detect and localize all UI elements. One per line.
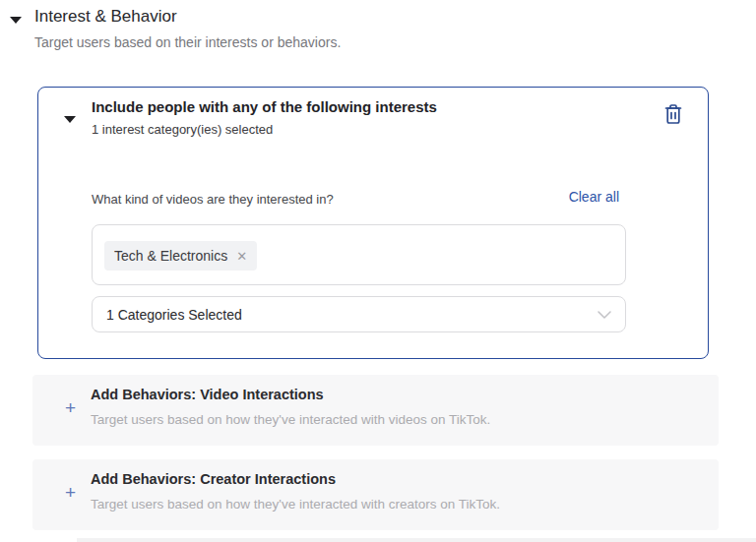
interest-targeting-card: Include people with any of the following… — [37, 87, 709, 359]
categories-dropdown[interactable]: 1 Categories Selected — [92, 296, 626, 332]
behavior-panel-title: Add Behaviors: Video Interactions — [91, 387, 324, 402]
remove-tag-icon[interactable]: ✕ — [236, 250, 247, 263]
section-collapse-caret-icon[interactable] — [10, 17, 22, 24]
behavior-panel-description: Target users based on how they've intera… — [91, 412, 490, 427]
plus-icon: + — [65, 398, 76, 417]
interest-question-label: What kind of videos are they interested … — [92, 192, 334, 207]
behavior-panel-description: Target users based on how they've intera… — [91, 497, 500, 512]
section-subtitle: Target users based on their interests or… — [34, 34, 341, 50]
interest-tag: Tech & Electronics ✕ — [104, 241, 257, 271]
categories-dropdown-value: 1 Categories Selected — [106, 307, 242, 323]
card-subtitle: 1 interest category(ies) selected — [92, 122, 273, 137]
trash-icon — [663, 103, 683, 125]
interest-tag-input[interactable]: Tech & Electronics ✕ — [92, 224, 626, 285]
add-behaviors-creator-panel[interactable]: + Add Behaviors: Creator Interactions Ta… — [32, 459, 719, 530]
next-section-edge — [77, 538, 756, 542]
delete-card-button[interactable] — [661, 101, 686, 127]
plus-icon: + — [65, 483, 76, 502]
add-behaviors-video-panel[interactable]: + Add Behaviors: Video Interactions Targ… — [32, 375, 719, 446]
card-collapse-caret-icon[interactable] — [64, 116, 76, 123]
section-title: Interest & Behavior — [34, 7, 177, 27]
card-title: Include people with any of the following… — [92, 98, 437, 115]
chevron-down-icon — [598, 311, 611, 319]
behavior-panel-title: Add Behaviors: Creator Interactions — [91, 471, 336, 487]
clear-all-link[interactable]: Clear all — [569, 189, 619, 205]
interest-tag-label: Tech & Electronics — [114, 248, 227, 264]
